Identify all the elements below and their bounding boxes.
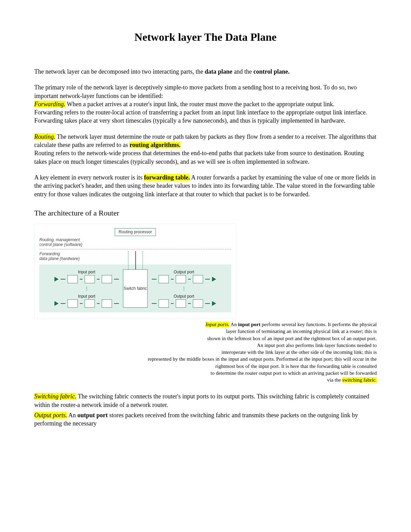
wire: [97, 279, 100, 280]
input-port-label: Input port: [54, 294, 119, 299]
input-ports-paragraph: Input ports. An input port performs seve…: [34, 321, 377, 383]
wire: [205, 279, 210, 280]
wire: [188, 279, 191, 280]
wire: [80, 279, 83, 280]
routing-paragraph: Routing. The network layer must determin…: [34, 133, 377, 166]
output-port-label: Output port: [152, 294, 216, 299]
text: control plane (software): [39, 242, 82, 247]
port-box: [102, 275, 112, 283]
highlight-switching-fabric: switching fabric.: [342, 377, 377, 383]
wire: [152, 279, 157, 280]
text: represented by the middle boxes in the i…: [34, 356, 377, 362]
wire: [205, 303, 210, 304]
port-box: [85, 275, 95, 283]
highlight-routing: Routing.: [34, 133, 55, 140]
label: Routing processor: [119, 230, 152, 234]
text: An: [68, 412, 78, 419]
port-box: [176, 299, 186, 308]
highlight-output-ports: Output ports.: [34, 412, 67, 419]
wire: [152, 303, 157, 304]
port-box: [67, 299, 78, 308]
text: rightmost box of the input port. It is h…: [34, 363, 377, 370]
port-box: [85, 299, 95, 308]
term-data-plane: data plane: [205, 68, 233, 75]
text: An: [231, 322, 238, 327]
wire: [61, 303, 65, 304]
router-architecture-diagram: Routing processor Routing, management co…: [34, 224, 236, 319]
text: The primary role of the network layer is…: [34, 84, 357, 99]
wire: [114, 303, 119, 304]
highlight-forwarding-table: forwarding table.: [144, 174, 190, 181]
document-page: Network layer The Data Plane The network…: [0, 0, 411, 456]
connector-line: [135, 251, 136, 270]
wire: [171, 303, 174, 304]
port-box: [159, 275, 169, 283]
arrow-icon: [54, 277, 59, 282]
highlight-input-ports: Input ports.: [206, 322, 229, 327]
text: interoperate with the link layer at the …: [34, 349, 377, 356]
text: data plane (hardware): [39, 256, 79, 261]
port-box: [193, 275, 203, 283]
intro-paragraph: The network layer can be decomposed into…: [34, 67, 377, 76]
plane-divider: [39, 249, 231, 249]
text: The switching fabric connects the router…: [34, 393, 369, 408]
highlight-switching-fabric-label: Switching fabric.: [34, 393, 76, 400]
text: An input port also performs link-layer f…: [34, 342, 377, 349]
ellipsis-icon: ⋮: [84, 287, 89, 290]
port-box: [159, 299, 169, 308]
wire: [97, 303, 100, 304]
term-input-port: input port: [238, 322, 260, 327]
text: to determine the router output port to w…: [34, 370, 377, 376]
highlight-forwarding: Forwarding.: [34, 101, 65, 108]
arrow-icon: [212, 277, 216, 282]
forwarding-paragraph: The primary role of the network layer is…: [34, 83, 377, 125]
term-output-port: output port: [77, 412, 108, 419]
wire: [188, 303, 191, 304]
input-port-row: [54, 299, 119, 308]
output-port-row: [152, 275, 216, 283]
text: layer function of terminating an incomin…: [34, 328, 377, 335]
wire: [114, 279, 119, 280]
output-ports-paragraph: Output ports. An output port stores pack…: [34, 411, 377, 428]
switching-fabric-paragraph: Switching fabric. The switching fabric c…: [34, 392, 377, 409]
connector-dashed: [128, 251, 128, 270]
port-box: [67, 275, 78, 283]
label: Switch fabric: [124, 286, 147, 291]
wire: [80, 303, 83, 304]
input-port-label: Input port: [54, 270, 119, 274]
term-control-plane: control plane.: [253, 68, 290, 75]
text: When a packet arrives at a router's inpu…: [67, 101, 335, 108]
ellipsis-icon: ⋮: [182, 287, 186, 290]
output-port-row: [152, 299, 216, 308]
output-ports-column: Output port ⋮ Output port: [152, 270, 216, 308]
port-box: [193, 299, 203, 308]
connector-dashed: [142, 251, 143, 270]
input-port-row: [54, 275, 119, 283]
arrow-icon: [54, 301, 59, 306]
wire: [171, 279, 174, 280]
routing-processor-box: Routing processor: [115, 228, 155, 236]
text: Routing refers to the network-wide proce…: [34, 150, 364, 165]
text: The network layer can be decomposed into…: [34, 68, 205, 75]
forwarding-table-paragraph: A key element in every network router is…: [34, 173, 377, 198]
text: Forwarding: [39, 251, 60, 256]
text: via the: [327, 377, 342, 383]
wire: [61, 279, 65, 280]
port-box: [176, 275, 186, 283]
text: The network layer must determine the rou…: [34, 133, 376, 148]
control-plane-label: Routing, management control plane (softw…: [39, 237, 231, 247]
page-title: Network layer The Data Plane: [34, 31, 377, 44]
switch-fabric-box: Switch fabric: [123, 269, 148, 308]
highlight-routing-algorithms: routing algorithms.: [129, 141, 180, 148]
text: Routing, management: [39, 237, 80, 242]
text: shown in the leftmost box of an input po…: [34, 335, 377, 342]
architecture-heading: The architecture of a Router: [34, 209, 377, 218]
text: performs several key functions. It perfo…: [262, 322, 377, 327]
port-box: [102, 299, 112, 308]
input-ports-column: Input port ⋮ Input port: [54, 270, 119, 308]
router-body: Input port ⋮ Input port: [39, 264, 231, 312]
arrow-icon: [212, 301, 216, 306]
text: A key element in every network router is…: [34, 174, 144, 181]
text: Forwarding refers to the router-local ac…: [34, 109, 367, 124]
text: and the: [234, 68, 253, 75]
